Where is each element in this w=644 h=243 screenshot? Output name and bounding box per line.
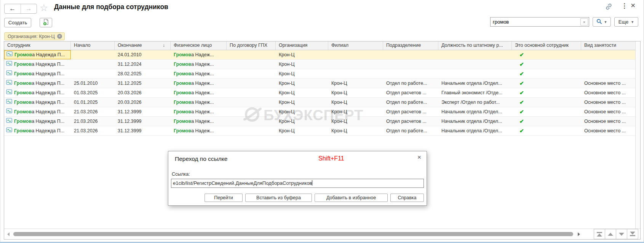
cell-employee[interactable]: Громова Надежда П... [4, 107, 71, 116]
cell-is_main[interactable]: ✔ [512, 117, 581, 126]
page-down-button[interactable] [616, 229, 627, 239]
cell-type[interactable] [581, 50, 640, 59]
cell-position[interactable] [438, 50, 512, 59]
cell-org[interactable]: Крон-Ц [276, 69, 328, 78]
cell-start[interactable]: 01.03.2025 [71, 88, 115, 97]
cell-dept[interactable] [383, 69, 438, 78]
table-row[interactable]: Громова Надежда П...28.02.2025Громова На… [4, 69, 640, 79]
cell-type[interactable]: Основное место ... [581, 117, 640, 126]
more-menu-icon[interactable]: ⋮ [621, 2, 628, 10]
column-header[interactable]: Вид занятости [581, 41, 640, 50]
cell-end[interactable]: 20.03.2026 [115, 98, 171, 107]
cell-gph[interactable] [227, 117, 276, 126]
create-button[interactable]: Создать [4, 18, 31, 27]
create-group-button[interactable] [40, 18, 52, 27]
go-button[interactable]: Перейти [205, 194, 243, 202]
paste-from-clipboard-button[interactable]: Вставить из буфера [245, 194, 312, 202]
cell-dept[interactable]: Отдел по работе... [383, 79, 438, 88]
vertical-scrollbar[interactable] [635, 41, 640, 229]
cell-branch[interactable]: Крон-Ц [328, 98, 383, 107]
cell-org[interactable]: Крон-Ц [276, 117, 328, 126]
table-row[interactable]: Громова Надежда П...01.01.202520.03.2026… [4, 98, 640, 107]
cell-branch[interactable]: Крон-Ц [328, 79, 383, 88]
cell-start[interactable] [71, 69, 115, 78]
cell-gph[interactable] [227, 126, 276, 135]
page-up-button[interactable] [605, 229, 616, 239]
cell-employee[interactable]: Громова Надежда П... [4, 69, 71, 78]
cell-dept[interactable]: Отдел расчетов ... [383, 117, 438, 126]
table-row[interactable]: Громова Надежда П...21.03.202631.12.3999… [4, 107, 640, 117]
cell-person[interactable]: Громова Надеж... [171, 88, 227, 97]
get-link-icon[interactable] [605, 3, 613, 12]
back-button[interactable]: ← [5, 4, 21, 13]
cell-is_main[interactable]: ✔ [512, 60, 581, 69]
cell-branch[interactable] [328, 50, 383, 59]
cell-is_main[interactable]: ✔ [512, 69, 581, 78]
cell-dept[interactable]: Отдел по работе... [383, 98, 438, 107]
cell-employee[interactable]: Громова Надежда П... [4, 60, 71, 69]
cell-org[interactable]: Крон-Ц [276, 107, 328, 116]
cell-branch[interactable] [328, 69, 383, 78]
cell-gph[interactable] [227, 50, 276, 59]
cell-person[interactable]: Громова Надеж... [171, 79, 227, 88]
cell-person[interactable]: Громова Надеж... [171, 107, 227, 116]
cell-end[interactable]: 20.03.2026 [115, 88, 171, 97]
cell-start[interactable] [71, 60, 115, 69]
scroll-left-arrow-icon[interactable] [7, 232, 10, 236]
cell-end[interactable]: 31.12.3999 [115, 126, 171, 135]
cell-employee[interactable]: Громова Надежда П... [4, 98, 71, 107]
cell-is_main[interactable]: ✔ [512, 107, 581, 116]
cell-dept[interactable] [383, 50, 438, 59]
cell-start[interactable] [71, 50, 115, 59]
cell-start[interactable]: 21.03.2026 [71, 107, 115, 116]
column-header[interactable]: Сотрудник [4, 41, 71, 50]
cell-person[interactable]: Громова Надеж... [171, 98, 227, 107]
cell-employee[interactable]: Громова Надежда П... [4, 88, 71, 97]
forward-button[interactable]: → [21, 4, 37, 13]
cell-position[interactable] [438, 69, 512, 78]
cell-person[interactable]: Громова Надеж... [171, 126, 227, 135]
cell-type[interactable]: Основное место ... [581, 88, 640, 97]
column-header[interactable]: По договору ГПХ [227, 41, 276, 50]
column-header[interactable]: Подразделение [383, 41, 438, 50]
cell-start[interactable]: 21.03.2026 [71, 117, 115, 126]
cell-branch[interactable]: Крон-Ц [328, 117, 383, 126]
cell-type[interactable]: Основное место ... [581, 98, 640, 107]
column-header[interactable]: Филиал [328, 41, 383, 50]
cell-position[interactable] [438, 60, 512, 69]
cell-is_main[interactable]: ✔ [512, 79, 581, 88]
add-to-favorites-button[interactable]: Добавить в избранное [315, 194, 388, 202]
cell-employee[interactable]: Громова Надежда П... [4, 79, 71, 88]
column-header[interactable]: Начало [71, 41, 115, 50]
cell-is_main[interactable]: ✔ [512, 126, 581, 135]
cell-org[interactable]: Крон-Ц [276, 50, 328, 59]
cell-person[interactable]: Громова Надеж... [171, 60, 227, 69]
cell-end[interactable]: 31.12.2024 [115, 60, 171, 69]
cell-end[interactable]: 28.02.2025 [115, 69, 171, 78]
cell-position[interactable]: Начальник отдела /Отдел... [438, 117, 512, 126]
cell-gph[interactable] [227, 98, 276, 107]
cell-gph[interactable] [227, 88, 276, 97]
cell-dept[interactable]: Отдел расчетов ... [383, 107, 438, 116]
cell-position[interactable]: Эксперт /Отдел по работ... [438, 98, 512, 107]
cell-start[interactable]: 21.03.2026 [71, 126, 115, 135]
cell-dept[interactable]: Отдел по работе... [383, 126, 438, 135]
more-actions-button[interactable]: Еще ▼ [614, 17, 638, 27]
column-header[interactable]: Окончание↓ [115, 41, 171, 50]
cell-end[interactable]: 24.01.2010 [115, 50, 171, 59]
cell-gph[interactable] [227, 69, 276, 78]
cell-gph[interactable] [227, 60, 276, 69]
cell-branch[interactable]: Крон-Ц [328, 126, 383, 135]
table-row[interactable]: Громова Надежда П...21.03.202631.12.3999… [4, 126, 640, 136]
cell-type[interactable] [581, 60, 640, 69]
cell-dept[interactable]: Отдел расчетов ... [383, 88, 438, 97]
cell-position[interactable]: Начальник отдела /Отдел... [438, 126, 512, 135]
cell-start[interactable]: 01.01.2025 [71, 98, 115, 107]
cell-is_main[interactable]: ✔ [512, 98, 581, 107]
go-to-last-button[interactable] [627, 229, 638, 239]
go-to-first-button[interactable] [594, 229, 605, 239]
cell-position[interactable]: Начальник отдела /Отдел... [438, 79, 512, 88]
filter-chip-remove-icon[interactable]: × [57, 34, 62, 39]
cell-person[interactable]: Громова Надеж... [171, 117, 227, 126]
cell-org[interactable]: Крон-Ц [276, 60, 328, 69]
